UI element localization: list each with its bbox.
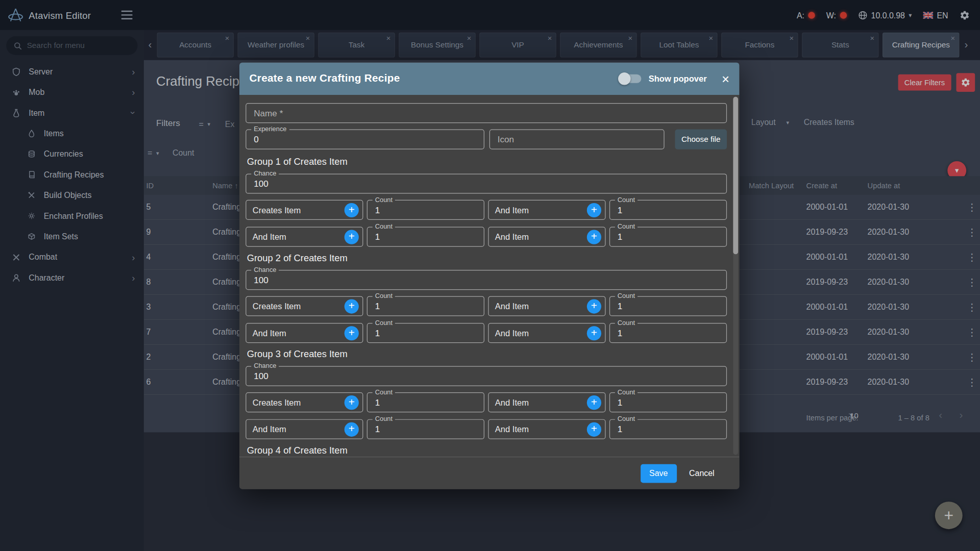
add-item-button[interactable]: +: [587, 299, 601, 314]
add-item-button[interactable]: +: [587, 395, 601, 410]
group-heading: Group 2 of Creates Item: [247, 253, 348, 263]
chance-input[interactable]: [246, 270, 727, 290]
show-popover-toggle[interactable]: [620, 74, 641, 83]
add-item-button[interactable]: +: [587, 422, 601, 437]
creates-item-select[interactable]: Creates Item +: [246, 392, 363, 412]
and-item-select[interactable]: And Item +: [246, 419, 363, 439]
create-crafting-recipe-dialog: Create a new Crafting Recipe Show popove…: [239, 62, 740, 489]
and-item-select[interactable]: And Item +: [488, 323, 605, 343]
experience-label: Experience: [251, 125, 289, 134]
add-item-button[interactable]: +: [345, 203, 359, 217]
close-dialog-icon[interactable]: ×: [722, 72, 729, 85]
add-item-button[interactable]: +: [345, 326, 359, 340]
and-item-select[interactable]: And Item +: [488, 296, 605, 316]
chance-input[interactable]: [246, 366, 727, 386]
group-heading: Group 4 of Creates Item: [247, 445, 348, 456]
dialog-body: Experience Choose file Group 1 of Create…: [239, 95, 740, 457]
dialog-header: Create a new Crafting Recipe Show popove…: [239, 62, 740, 95]
and-item-select[interactable]: And Item +: [488, 419, 605, 439]
app-root: Atavism Editor A: W: 10.0.0.98 ▾: [0, 0, 980, 551]
save-button[interactable]: Save: [641, 464, 677, 483]
and-item-select[interactable]: And Item +: [488, 200, 605, 220]
creates-item-select[interactable]: Creates Item +: [246, 296, 363, 316]
cancel-button[interactable]: Cancel: [681, 468, 722, 478]
add-item-button[interactable]: +: [587, 230, 601, 244]
creates-item-select[interactable]: Creates Item +: [246, 200, 363, 220]
add-item-button[interactable]: +: [587, 203, 601, 217]
and-item-select[interactable]: And Item +: [246, 227, 363, 246]
add-item-button[interactable]: +: [345, 299, 359, 314]
add-item-button[interactable]: +: [345, 422, 359, 437]
add-item-button[interactable]: +: [587, 326, 601, 340]
group-heading: Group 3 of Creates Item: [247, 348, 348, 359]
and-item-select[interactable]: And Item +: [488, 227, 605, 246]
dialog-footer: Save Cancel: [239, 457, 740, 489]
group-heading: Group 1 of Creates Item: [247, 156, 348, 167]
and-item-select[interactable]: And Item +: [246, 323, 363, 343]
name-input[interactable]: [246, 103, 727, 123]
modal-scrollbar-thumb[interactable]: [733, 97, 738, 255]
and-item-select[interactable]: And Item +: [488, 392, 605, 412]
icon-input[interactable]: [489, 129, 665, 149]
chance-label: Chance: [251, 169, 279, 178]
add-item-button[interactable]: +: [345, 230, 359, 244]
dialog-title: Create a new Crafting Recipe: [250, 72, 400, 85]
choose-file-button[interactable]: Choose file: [675, 129, 727, 149]
add-item-button[interactable]: +: [345, 395, 359, 410]
show-popover-label: Show popover: [649, 74, 707, 83]
chance-input[interactable]: [246, 173, 727, 193]
